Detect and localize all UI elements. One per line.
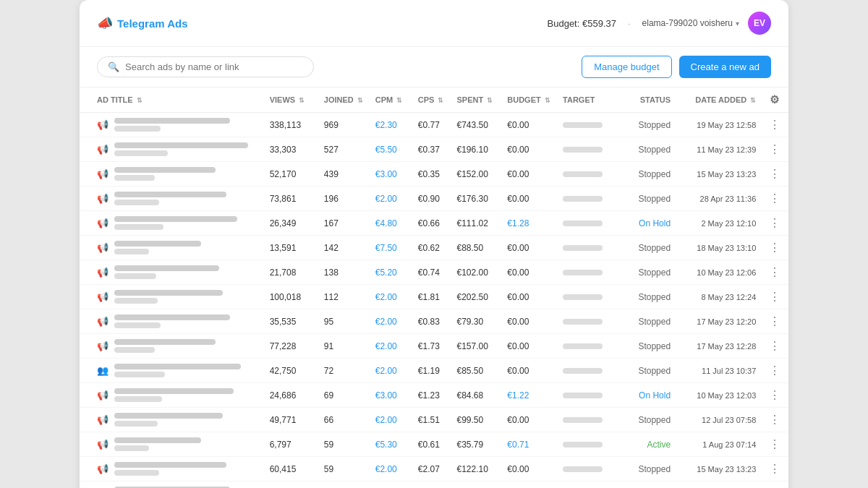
spent-cell: €152.00: [452, 162, 503, 187]
col-header-date[interactable]: DATE ADDED ⇅: [675, 87, 760, 113]
target-cell: [558, 334, 621, 359]
joined-cell: 91: [320, 334, 371, 359]
status-badge: Stopped: [638, 267, 671, 278]
date-cell: 10 May 23 12:06: [675, 260, 760, 285]
col-header-budget[interactable]: BUDGET ⇅: [503, 87, 558, 113]
row-menu-button[interactable]: ⋮: [766, 462, 783, 476]
budget-cell: €0.00: [503, 408, 558, 432]
row-menu-button[interactable]: ⋮: [766, 290, 783, 304]
manage-budget-button[interactable]: Manage budget: [582, 56, 671, 78]
target-cell: [558, 113, 621, 137]
budget-cell: €0.71: [503, 432, 558, 457]
status-badge: Active: [647, 440, 671, 450]
cpm-cell: €5.30: [371, 432, 414, 457]
spent-cell: €85.50: [452, 359, 503, 383]
col-header-spent[interactable]: SPENT ⇅: [452, 87, 503, 113]
row-menu-button[interactable]: ⋮: [766, 364, 783, 377]
date-cell: 28 Apr 23 11:36: [675, 187, 760, 211]
status-badge: Stopped: [638, 120, 671, 130]
target-bar: [563, 294, 603, 300]
table-header: AD TITLE ⇅ VIEWS ⇅ JOINED ⇅ CPM ⇅ CPS ⇅: [80, 87, 788, 113]
ad-title-cell: 📢: [80, 408, 265, 432]
status-cell: Active: [621, 432, 675, 457]
ad-subtitle-bar: [114, 150, 168, 156]
date-cell: 12 Jul 23 07:58: [675, 408, 760, 432]
date-cell: 17 May 23 12:28: [675, 334, 760, 359]
views-cell: 42,750: [265, 359, 320, 383]
row-menu-button[interactable]: ⋮: [766, 167, 783, 181]
table-row: 📢 26,349 167 €4.80 €0.66 €111.02 €1.28 O…: [80, 211, 788, 236]
ad-title-bar: [114, 241, 201, 247]
ad-title-bar: [114, 339, 216, 345]
status-badge: Stopped: [638, 366, 671, 376]
spent-cell: €202.50: [452, 285, 503, 309]
spent-cell: €99.50: [452, 408, 503, 432]
main-card: 📣 Telegram Ads Budget: €559.37 · elama-7…: [80, 0, 788, 488]
ad-subtitle-bar: [114, 224, 163, 230]
row-menu-button[interactable]: ⋮: [766, 437, 783, 451]
cps-cell: €1.81: [414, 285, 453, 309]
row-menu-button[interactable]: ⋮: [766, 388, 783, 402]
col-header-joined[interactable]: JOINED ⇅: [320, 87, 371, 113]
ad-type-icon: 📢: [97, 439, 109, 450]
create-ad-button[interactable]: Create a new ad: [679, 56, 771, 78]
cpm-cell: €3.00: [371, 162, 414, 187]
ad-type-icon: 📢: [97, 341, 109, 351]
user-area[interactable]: elama-799020 voisheru ▾: [642, 18, 739, 28]
sort-icon-spent: ⇅: [487, 97, 493, 104]
col-header-cps[interactable]: CPS ⇅: [414, 87, 453, 113]
sort-icon-cps: ⇅: [438, 97, 443, 104]
row-menu-button[interactable]: ⋮: [766, 413, 783, 427]
search-box[interactable]: 🔍: [97, 56, 314, 77]
row-menu-button[interactable]: ⋮: [766, 314, 783, 328]
action-cell: ⋮: [760, 211, 788, 236]
col-header-cpm[interactable]: CPM ⇅: [371, 87, 414, 113]
row-menu-button[interactable]: ⋮: [766, 192, 783, 205]
row-menu-button[interactable]: ⋮: [766, 241, 783, 254]
joined-cell: 95: [320, 309, 371, 334]
row-menu-button[interactable]: ⋮: [766, 142, 783, 156]
row-menu-button[interactable]: ⋮: [766, 339, 783, 353]
row-menu-button[interactable]: ⋮: [766, 118, 783, 132]
separator: ·: [628, 18, 631, 29]
action-cell: ⋮: [760, 162, 788, 187]
status-badge: Stopped: [638, 292, 671, 302]
budget-cell: €1.28: [503, 211, 558, 236]
views-cell: 60,415: [265, 457, 320, 481]
joined-cell: 969: [320, 113, 371, 137]
date-cell: 11 Jul 23 10:37: [675, 359, 760, 383]
settings-icon: ⚙: [770, 93, 779, 106]
avatar[interactable]: EV: [748, 12, 771, 35]
search-input[interactable]: [125, 61, 303, 72]
ad-type-icon: 📢: [97, 267, 109, 278]
row-menu-button[interactable]: ⋮: [766, 216, 783, 230]
col-header-adtitle[interactable]: AD TITLE ⇅: [80, 87, 265, 113]
ad-title-bar: [114, 462, 226, 468]
row-menu-button[interactable]: ⋮: [766, 265, 783, 279]
ad-subtitle-bar: [114, 322, 161, 328]
cps-cell: €0.83: [414, 309, 453, 334]
col-header-views[interactable]: VIEWS ⇅: [265, 87, 320, 113]
budget-cell: €0.00: [503, 334, 558, 359]
joined-cell: 142: [320, 236, 371, 260]
status-badge: Stopped: [638, 341, 671, 351]
ad-subtitle-bar: [114, 372, 165, 377]
views-cell: 26,349: [265, 211, 320, 236]
ads-table: AD TITLE ⇅ VIEWS ⇅ JOINED ⇅ CPM ⇅ CPS ⇅: [80, 87, 788, 488]
logo-area: 📣 Telegram Ads: [97, 15, 188, 31]
ad-title-cell: 📢: [80, 334, 265, 359]
col-header-action: ⚙: [760, 87, 788, 113]
joined-cell: 112: [320, 285, 371, 309]
target-bar: [563, 442, 603, 448]
sort-icon-adtitle: ⇅: [137, 97, 142, 104]
sort-icon-date: ⇅: [750, 97, 756, 104]
budget-cell: €0.00: [503, 260, 558, 285]
ad-type-icon: 📢: [97, 414, 109, 425]
target-bar: [563, 393, 603, 398]
ad-title-cell: 📢: [80, 432, 265, 457]
ad-subtitle-bar: [114, 470, 159, 476]
spent-cell: €84.68: [452, 383, 503, 408]
ad-subtitle-bar: [114, 445, 149, 451]
joined-cell: 138: [320, 260, 371, 285]
ad-title-bar: [114, 142, 248, 148]
